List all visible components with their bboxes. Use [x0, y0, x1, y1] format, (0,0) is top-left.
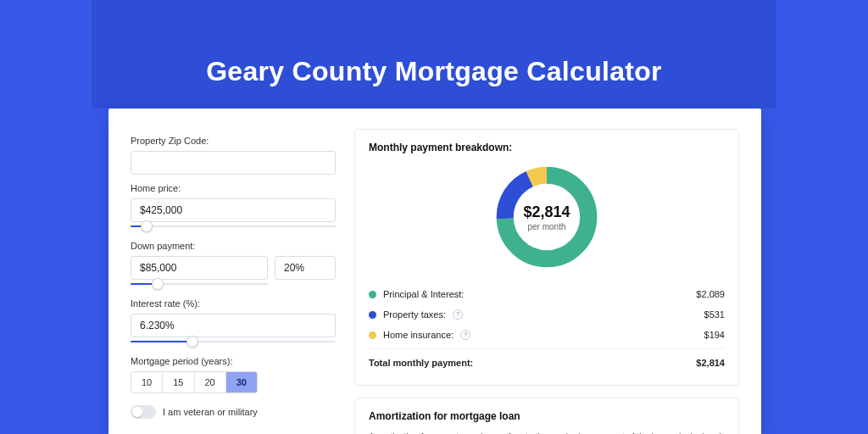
header-band [92, 0, 776, 108]
interest-input[interactable] [131, 314, 336, 337]
down-payment-percent-input[interactable] [275, 256, 336, 280]
total-value: $2,814 [696, 358, 725, 368]
legend-label-pi: Principal & Interest: [383, 289, 464, 299]
donut-chart: $2,814 per month [492, 162, 602, 272]
donut-amount: $2,814 [523, 203, 570, 221]
swatch-pi [369, 291, 376, 298]
home-price-label: Home price: [131, 183, 336, 193]
swatch-ins [369, 331, 376, 339]
amortization-body: Amortization for a mortgage loan refers … [369, 431, 725, 434]
home-price-slider[interactable] [131, 220, 336, 232]
zip-label: Property Zip Code: [131, 136, 336, 146]
period-label: Mortgage period (years): [131, 356, 336, 366]
amortization-panel: Amortization for mortgage loan Amortizat… [354, 398, 739, 434]
down-payment-label: Down payment: [131, 241, 336, 251]
breakdown-title: Monthly payment breakdown: [369, 142, 725, 153]
results-column: Monthly payment breakdown: $2,814 per mo… [354, 129, 739, 434]
calculator-card: Property Zip Code: Home price: Down paym… [108, 108, 761, 434]
interest-label: Interest rate (%): [131, 298, 336, 309]
legend-label-ins: Home insurance: [383, 330, 453, 340]
legend-value-tax: $531 [704, 309, 725, 320]
period-selector: 10152030 [131, 371, 258, 393]
period-option-15[interactable]: 15 [163, 372, 194, 392]
amortization-title: Amortization for mortgage loan [369, 410, 725, 422]
legend-value-ins: $194 [704, 330, 725, 340]
donut-unit: per month [527, 222, 565, 231]
period-option-20[interactable]: 20 [195, 372, 226, 392]
info-icon[interactable]: ? [453, 309, 463, 320]
legend-row-ins: Home insurance:?$194 [369, 325, 725, 345]
veteran-label: I am veteran or military [163, 407, 258, 417]
total-label: Total monthly payment: [369, 358, 473, 368]
period-option-30[interactable]: 30 [226, 372, 257, 392]
down-payment-slider[interactable] [131, 278, 268, 290]
breakdown-panel: Monthly payment breakdown: $2,814 per mo… [354, 129, 739, 386]
legend-label-tax: Property taxes: [383, 309, 446, 320]
zip-input[interactable] [131, 151, 336, 175]
veteran-toggle[interactable] [131, 405, 156, 419]
form-column: Property Zip Code: Home price: Down paym… [131, 129, 336, 434]
legend-value-pi: $2,089 [696, 289, 725, 299]
page-title: Geary County Mortgage Calculator [0, 56, 868, 87]
legend-row-tax: Property taxes:?$531 [369, 304, 725, 325]
down-payment-input[interactable] [131, 256, 268, 280]
period-option-10[interactable]: 10 [131, 372, 163, 392]
stage: Geary County Mortgage Calculator Propert… [0, 0, 868, 434]
interest-slider[interactable] [131, 336, 336, 348]
info-icon[interactable]: ? [460, 330, 470, 340]
legend-row-pi: Principal & Interest:$2,089 [369, 284, 725, 304]
home-price-input[interactable] [131, 198, 336, 222]
swatch-tax [369, 311, 376, 319]
